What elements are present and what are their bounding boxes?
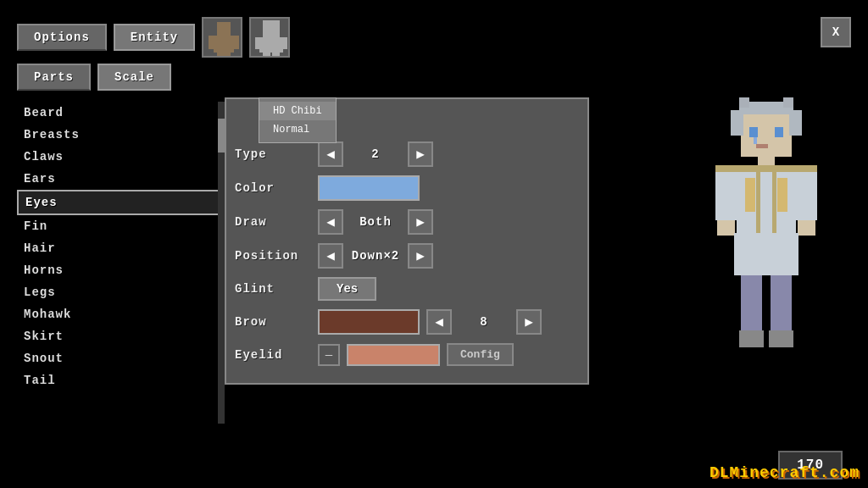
svg-rect-15 bbox=[789, 110, 802, 136]
draw-value: Both bbox=[350, 215, 401, 229]
parts-scrollbar[interactable] bbox=[218, 102, 225, 424]
parts-list-item-eyes[interactable]: Eyes bbox=[17, 190, 220, 215]
svg-rect-36 bbox=[739, 330, 764, 347]
position-value: Down×2 bbox=[350, 249, 401, 263]
parts-list-item-beard[interactable]: Beard bbox=[17, 102, 220, 124]
position-next-button[interactable]: ▶ bbox=[408, 243, 433, 269]
type-prev-button[interactable]: ◀ bbox=[318, 141, 343, 167]
parts-list-item-legs[interactable]: Legs bbox=[17, 281, 220, 303]
options-tab[interactable]: Options bbox=[17, 24, 107, 51]
eyelid-row: Eyelid — Config bbox=[235, 343, 579, 366]
svg-rect-27 bbox=[715, 165, 737, 220]
close-button[interactable]: X bbox=[821, 17, 851, 47]
svg-rect-37 bbox=[769, 330, 793, 347]
svg-rect-17 bbox=[775, 127, 783, 137]
parts-list-item-ears[interactable]: Ears bbox=[17, 168, 220, 190]
brow-prev-button[interactable]: ◀ bbox=[426, 309, 452, 335]
eyelid-label: Eyelid bbox=[235, 348, 311, 362]
position-row: Position ◀ Down×2 ▶ bbox=[235, 243, 579, 269]
character-display bbox=[698, 97, 834, 402]
parts-list-item-hair[interactable]: Hair bbox=[17, 237, 220, 259]
svg-rect-11 bbox=[272, 53, 280, 58]
glint-toggle-button[interactable]: Yes bbox=[318, 277, 376, 301]
svg-rect-2 bbox=[209, 36, 217, 49]
svg-rect-30 bbox=[796, 165, 817, 172]
entity-thumb-2 bbox=[249, 17, 290, 58]
parts-list-item-skirt[interactable]: Skirt bbox=[17, 325, 220, 347]
svg-rect-31 bbox=[717, 220, 735, 236]
brow-label: Brow bbox=[235, 315, 311, 329]
entity-thumb-1 bbox=[202, 17, 242, 58]
svg-rect-8 bbox=[255, 37, 264, 49]
draw-row: Draw ◀ Both ▶ bbox=[235, 209, 579, 235]
parts-list: BeardBreastsClawsEarsEyesFinHairHornsLeg… bbox=[17, 102, 220, 391]
draw-next-button[interactable]: ▶ bbox=[408, 209, 433, 235]
parts-list-item-horns[interactable]: Horns bbox=[17, 259, 220, 281]
svg-rect-3 bbox=[231, 36, 239, 49]
svg-rect-0 bbox=[217, 22, 231, 36]
scale-tab[interactable]: Scale bbox=[97, 64, 171, 91]
scrollbar-thumb[interactable] bbox=[218, 119, 225, 152]
dropdown-item-hd-chibi[interactable]: HD Chibi bbox=[259, 102, 336, 120]
svg-rect-28 bbox=[715, 165, 737, 172]
svg-rect-5 bbox=[224, 53, 231, 58]
svg-rect-14 bbox=[731, 110, 743, 136]
svg-rect-29 bbox=[796, 165, 817, 220]
type-next-button[interactable]: ▶ bbox=[408, 141, 433, 167]
svg-rect-39 bbox=[777, 178, 787, 212]
top-tab-bar: Options Entity bbox=[17, 17, 290, 58]
svg-rect-20 bbox=[739, 97, 749, 108]
svg-rect-21 bbox=[783, 97, 793, 108]
brow-swatch[interactable] bbox=[318, 309, 420, 335]
dropdown-item-normal[interactable]: Normal bbox=[259, 120, 336, 139]
parts-list-item-fin[interactable]: Fin bbox=[17, 215, 220, 237]
svg-rect-24 bbox=[737, 165, 796, 172]
brow-row: Brow ◀ 8 ▶ bbox=[235, 309, 579, 335]
parts-list-item-snout[interactable]: Snout bbox=[17, 347, 220, 369]
position-prev-button[interactable]: ◀ bbox=[318, 243, 343, 269]
svg-rect-32 bbox=[798, 220, 815, 236]
type-dropdown[interactable]: HD ChibiNormal bbox=[259, 97, 337, 143]
brow-value: 8 bbox=[459, 315, 509, 329]
character-preview-panel bbox=[682, 97, 851, 402]
svg-rect-6 bbox=[263, 20, 280, 37]
draw-label: Draw bbox=[235, 215, 311, 229]
parts-tab[interactable]: Parts bbox=[17, 64, 91, 91]
svg-rect-19 bbox=[756, 144, 768, 148]
svg-rect-34 bbox=[741, 275, 762, 335]
entity-tab[interactable]: Entity bbox=[114, 24, 195, 51]
svg-rect-22 bbox=[758, 157, 775, 165]
svg-rect-16 bbox=[749, 127, 758, 137]
glint-row: Glint Yes bbox=[235, 277, 579, 301]
parts-list-item-tail[interactable]: Tail bbox=[17, 369, 220, 391]
eyelid-swatch[interactable] bbox=[347, 344, 440, 366]
type-label: Type bbox=[235, 147, 311, 161]
sub-tab-bar: Parts Scale bbox=[17, 64, 171, 91]
color-label: Color bbox=[235, 181, 311, 195]
brow-next-button[interactable]: ▶ bbox=[516, 309, 542, 335]
parts-list-item-claws[interactable]: Claws bbox=[17, 146, 220, 168]
watermark: DLMinecraft.com bbox=[709, 464, 860, 481]
parts-list-item-breasts[interactable]: Breasts bbox=[17, 124, 220, 146]
svg-rect-18 bbox=[754, 137, 757, 144]
svg-rect-10 bbox=[263, 53, 270, 58]
glint-label: Glint bbox=[235, 282, 311, 296]
draw-prev-button[interactable]: ◀ bbox=[318, 209, 343, 235]
svg-rect-4 bbox=[217, 53, 224, 58]
color-swatch[interactable] bbox=[318, 175, 420, 201]
svg-rect-9 bbox=[279, 37, 287, 49]
eyelid-minus-button[interactable]: — bbox=[318, 344, 340, 366]
position-label: Position bbox=[235, 249, 311, 263]
svg-rect-25 bbox=[756, 172, 760, 233]
svg-rect-38 bbox=[745, 178, 755, 212]
type-value: 2 bbox=[350, 147, 401, 161]
svg-rect-35 bbox=[771, 275, 792, 335]
svg-rect-33 bbox=[734, 233, 798, 275]
svg-rect-26 bbox=[772, 172, 776, 233]
parts-list-item-mohawk[interactable]: Mohawk bbox=[17, 303, 220, 325]
config-button[interactable]: Config bbox=[447, 343, 514, 366]
color-row: Color bbox=[235, 175, 579, 201]
type-row: Type ◀ 2 ▶ bbox=[235, 141, 579, 167]
